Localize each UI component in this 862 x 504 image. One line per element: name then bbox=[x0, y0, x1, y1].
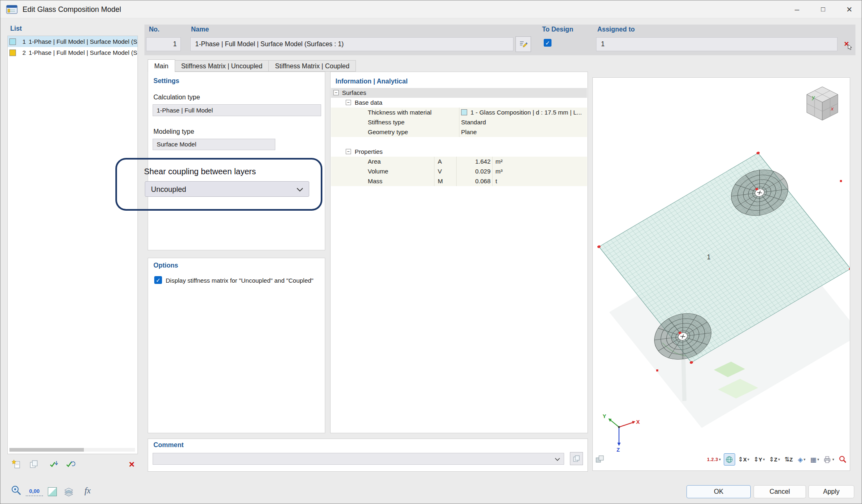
list-item-label: 1-Phase | Full Model | Surface Model (S bbox=[29, 49, 137, 56]
navigation-cube[interactable]: y x bbox=[807, 87, 838, 120]
view-in-y-button[interactable]: ⇕ Y ▾ bbox=[752, 453, 766, 466]
tree-row-area[interactable]: Area A 1.642 m² bbox=[331, 157, 587, 166]
information-tree: Surfaces Base data Thickness with materi… bbox=[331, 88, 587, 186]
check-sync-icon bbox=[65, 459, 75, 469]
printer-icon bbox=[823, 455, 831, 464]
ok-button[interactable]: OK bbox=[686, 485, 751, 498]
options-panel bbox=[148, 258, 325, 433]
to-design-checkbox[interactable] bbox=[544, 39, 551, 47]
thickness-value: 1 - Glass Composition | d : 17.5 mm | L.… bbox=[470, 108, 585, 117]
tab-stiffness-coupled[interactable]: Stiffness Matrix | Coupled bbox=[269, 60, 356, 72]
model-list: 1 1-Phase | Full Model | Surface Model (… bbox=[7, 36, 138, 454]
tab-bar: Main Stiffness Matrix | Uncoupled Stiffn… bbox=[148, 59, 356, 72]
precision-button[interactable]: 0,00 bbox=[26, 486, 43, 496]
options-header: Options bbox=[153, 262, 178, 269]
new-item-icon bbox=[11, 459, 21, 469]
scrollbar-thumb[interactable] bbox=[9, 448, 84, 452]
property-value: 1.642 bbox=[456, 157, 491, 166]
chevron-down-icon bbox=[297, 188, 303, 191]
name-field[interactable]: 1-Phase | Full Model | Surface Model (Su… bbox=[190, 37, 513, 51]
stiffness-type-value: Standard bbox=[461, 117, 486, 127]
numbering-icon: 1.2.3 bbox=[707, 457, 718, 462]
minimize-button[interactable] bbox=[784, 0, 810, 18]
view-in-x-button[interactable]: ⇕ X ▾ bbox=[737, 453, 751, 466]
display-matrix-checkbox[interactable] bbox=[154, 276, 162, 284]
horizontal-scrollbar[interactable] bbox=[9, 448, 135, 452]
formula-button[interactable]: fx bbox=[81, 484, 95, 497]
property-name: Volume bbox=[368, 166, 388, 176]
tree-row-thickness[interactable]: Thickness with material 1 - Glass Compos… bbox=[331, 108, 587, 117]
numbering-toggle-button[interactable]: 1.2.3 ▾ bbox=[706, 453, 722, 466]
modeling-type-field[interactable]: Surface Model bbox=[153, 139, 275, 150]
assigned-to-field[interactable]: 1 bbox=[596, 37, 837, 51]
collapse-icon[interactable] bbox=[346, 100, 351, 105]
box-section-icon: ▦ bbox=[810, 456, 817, 464]
maximize-button[interactable] bbox=[810, 0, 836, 18]
apply-check-button[interactable] bbox=[48, 459, 60, 470]
caret-down-icon: ▾ bbox=[778, 457, 780, 461]
clear-assignment-button[interactable]: × bbox=[840, 36, 853, 51]
shear-coupling-dropdown[interactable]: Uncoupled bbox=[145, 181, 309, 197]
list-item-number: 1 bbox=[18, 38, 26, 45]
tree-row-geometry[interactable]: Geometry type Plane bbox=[331, 127, 587, 137]
tree-row-base-data[interactable]: Base data bbox=[331, 98, 587, 108]
copy-item-button[interactable] bbox=[28, 459, 39, 470]
column-divider bbox=[459, 117, 459, 127]
check-all-button[interactable] bbox=[65, 459, 76, 470]
color-swatch bbox=[9, 50, 16, 56]
tab-main[interactable]: Main bbox=[148, 59, 175, 72]
copy-icon bbox=[29, 459, 38, 469]
to-design-label: To Design bbox=[542, 26, 573, 33]
caret-down-icon: ▾ bbox=[747, 457, 749, 461]
settings-header: Settings bbox=[153, 77, 179, 85]
axis-triad: X Y Z bbox=[603, 413, 640, 453]
isometric-icon: ◈ bbox=[798, 456, 803, 464]
delete-item-button[interactable]: × bbox=[126, 459, 137, 470]
tree-row-properties[interactable]: Properties bbox=[331, 147, 587, 157]
cancel-button[interactable]: Cancel bbox=[754, 485, 806, 498]
no-field[interactable]: 1 bbox=[146, 37, 181, 51]
tree-row-mass[interactable]: Mass M 0.068 t bbox=[331, 176, 587, 186]
list-item-label: 1-Phase | Full Model | Surface Model (S bbox=[29, 38, 137, 45]
property-value: 0.029 bbox=[456, 166, 491, 176]
comment-header: Comment bbox=[153, 441, 184, 449]
print-button[interactable]: ▾ bbox=[822, 453, 835, 466]
list-item[interactable]: 1 1-Phase | Full Model | Surface Model (… bbox=[8, 36, 137, 47]
collapse-icon[interactable] bbox=[346, 149, 351, 154]
collapse-icon[interactable] bbox=[333, 90, 339, 95]
updown-arrow-icon: ⇕ bbox=[738, 456, 743, 463]
display-matrix-label: Display stiffness matrix for "Uncoupled"… bbox=[166, 277, 324, 284]
box-view-button[interactable]: ▦ ▾ bbox=[809, 453, 820, 466]
zoom-button[interactable] bbox=[837, 453, 848, 466]
calculation-type-field[interactable]: 1-Phase | Full Model bbox=[153, 104, 321, 116]
apply-button[interactable]: Apply bbox=[808, 485, 854, 498]
tree-row-stiffness[interactable]: Stiffness type Standard bbox=[331, 117, 587, 127]
view-in-z-button[interactable]: ⇕ Z ▾ bbox=[767, 453, 781, 466]
3d-scene[interactable]: 1 y x bbox=[593, 78, 850, 453]
search-icon bbox=[11, 485, 22, 496]
titlebar[interactable]: Edit Glass Composition Model bbox=[0, 0, 862, 18]
new-item-button[interactable] bbox=[11, 459, 22, 470]
close-button[interactable] bbox=[836, 0, 862, 18]
properties-label: Properties bbox=[355, 147, 383, 157]
comment-combobox[interactable] bbox=[153, 453, 564, 465]
rename-button[interactable] bbox=[515, 36, 531, 52]
copy-comment-button[interactable] bbox=[570, 452, 583, 465]
updown-arrow-icon: ⇕ bbox=[769, 456, 774, 463]
caret-down-icon: ▾ bbox=[803, 457, 806, 461]
list-item[interactable]: 2 1-Phase | Full Model | Surface Model (… bbox=[8, 47, 137, 58]
list-toolbar: × bbox=[7, 459, 138, 471]
updown-arrow-icon: ⇕ bbox=[754, 456, 759, 463]
calculation-type-label: Calculation type bbox=[153, 94, 200, 101]
stiffness-type-label: Stiffness type bbox=[368, 117, 405, 127]
tree-row-volume[interactable]: Volume V 0.029 m³ bbox=[331, 166, 587, 176]
display-properties-button[interactable] bbox=[724, 453, 735, 466]
layers-button[interactable] bbox=[63, 486, 75, 498]
find-button[interactable] bbox=[10, 484, 23, 497]
view-in-z-reverse-button[interactable]: ⇅ Z bbox=[783, 453, 794, 466]
isometric-view-button[interactable]: ◈ ▾ bbox=[796, 453, 807, 466]
tab-stiffness-uncoupled[interactable]: Stiffness Matrix | Uncoupled bbox=[175, 60, 269, 72]
display-colors-button[interactable] bbox=[48, 487, 57, 496]
tree-row-surfaces[interactable]: Surfaces bbox=[331, 88, 587, 98]
pan-view-button[interactable] bbox=[594, 453, 605, 466]
